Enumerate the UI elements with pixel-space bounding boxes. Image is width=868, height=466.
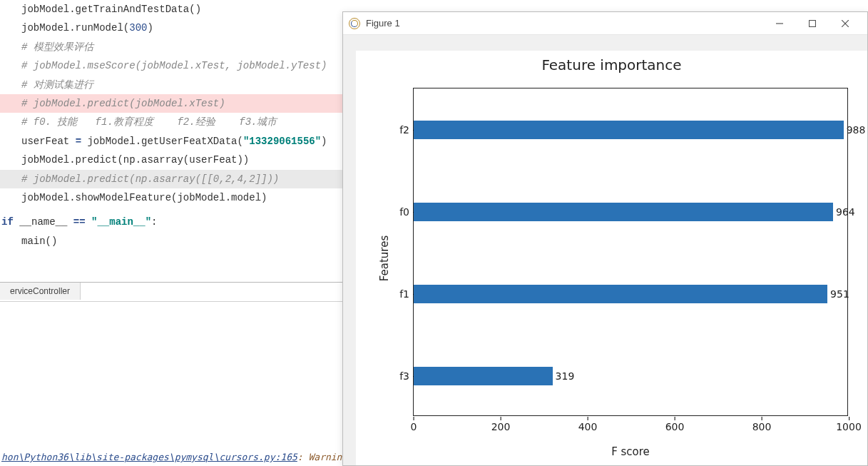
x-tick: 800 (752, 421, 772, 432)
x-tick: 200 (491, 421, 511, 432)
code-line: # 对测试集进行 (0, 76, 342, 94)
bar (414, 367, 553, 385)
y-tick: f2 (392, 124, 409, 136)
bar (414, 285, 827, 303)
code-line: jobModel.getTrainAndTestData() (0, 0, 342, 19)
code-line: jobModel.predict(np.asarray(userFeat)) (0, 151, 342, 169)
minimize-button[interactable] (763, 14, 796, 34)
window-controls (763, 14, 862, 34)
code-line: jobModel.runModel(300) (0, 19, 342, 37)
code-line: userFeat = jobModel.getUserFeatXData("13… (0, 132, 342, 151)
axes: 02004006008001000f2988f0964f1951f3319 (413, 88, 848, 416)
tool-tab-bar: erviceController (0, 282, 342, 302)
bar (414, 203, 833, 221)
bar-value-label: 988 (847, 124, 866, 136)
code-line: main() (0, 232, 342, 250)
x-axis-label: F score (413, 445, 848, 458)
code-line: jobModel.showModelFeature(jobModel.model… (0, 188, 342, 207)
console-path: hon\Python36\lib\site-packages\pymysql\c… (1, 452, 297, 462)
x-tick: 0 (411, 421, 417, 432)
maximize-button[interactable] (796, 14, 829, 34)
code-line: # jobModel.predict(jobModel.xTest) (0, 94, 342, 113)
y-tick: f3 (392, 370, 409, 382)
bar-value-label: 951 (830, 288, 849, 300)
plot-canvas: Feature importance Features F score 0200… (356, 51, 867, 465)
matplotlib-icon (349, 18, 360, 29)
figure-window[interactable]: Figure 1 Feature importance Features F s… (342, 11, 868, 466)
chart-title: Feature importance (356, 51, 867, 76)
bar-value-label: 964 (836, 206, 855, 218)
x-tick: 600 (665, 421, 685, 432)
figure-title: Figure 1 (366, 18, 400, 29)
bar-value-label: 319 (556, 370, 575, 382)
code-line: if __name__ == "__main__": (0, 213, 342, 231)
code-line: # jobModel.predict(np.asarray([[0,2,4,2]… (0, 170, 342, 188)
x-tick: 400 (578, 421, 598, 432)
x-tick: 1000 (836, 421, 862, 432)
close-button[interactable] (829, 14, 862, 34)
code-line: # f0. 技能 f1.教育程度 f2.经验 f3.城市 (0, 113, 342, 131)
tab-service-controller[interactable]: erviceController (0, 283, 81, 300)
console-output: hon\Python36\lib\site-packages\pymysql\c… (0, 450, 342, 466)
y-tick: f0 (392, 206, 409, 218)
code-line: # jobModel.mseScore(jobModel.xTest, jobM… (0, 56, 342, 75)
y-axis-label: Features (378, 235, 391, 281)
console-warning: : Warnin (297, 452, 342, 462)
code-line: # 模型效果评估 (0, 38, 342, 56)
bar (414, 121, 844, 139)
y-tick: f1 (392, 288, 409, 300)
code-editor[interactable]: jobModel.getTrainAndTestData()jobModel.r… (0, 0, 342, 466)
svg-rect-1 (810, 20, 816, 26)
figure-titlebar[interactable]: Figure 1 (343, 12, 867, 35)
